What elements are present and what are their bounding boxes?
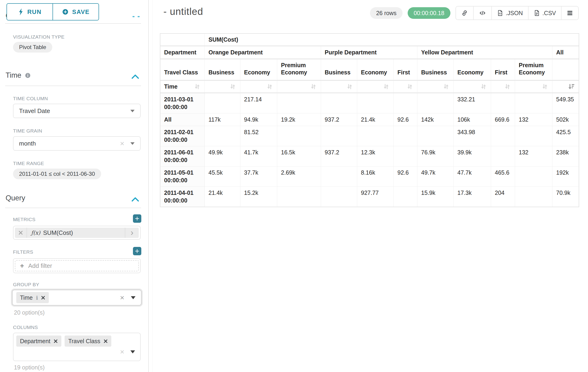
pivot-cell: 12.3k bbox=[357, 146, 394, 167]
collapse-query-section-icon[interactable] bbox=[132, 197, 139, 202]
pivot-corner-empty bbox=[160, 34, 205, 46]
remove-token-icon[interactable] bbox=[54, 339, 58, 343]
pivot-col-header: Premium Economy bbox=[277, 59, 321, 81]
pivot-cell: 16.5k bbox=[277, 146, 321, 167]
sort-icon[interactable] bbox=[194, 83, 201, 90]
pivot-cell: 2.69k bbox=[277, 167, 321, 187]
share-link-button[interactable] bbox=[456, 7, 473, 20]
filters-control: + Add filter bbox=[13, 258, 141, 273]
pivot-corner-col-dim: Department bbox=[160, 46, 205, 59]
lightning-icon bbox=[18, 8, 24, 15]
pivot-sort-header[interactable] bbox=[394, 81, 417, 93]
pivot-cell: 425.5 bbox=[552, 126, 579, 146]
pivot-sort-header[interactable] bbox=[357, 81, 394, 93]
panel-resize-gutter[interactable] bbox=[149, 0, 153, 372]
clear-icon[interactable]: × bbox=[120, 140, 124, 147]
pivot-cell bbox=[394, 126, 417, 146]
run-button[interactable]: RUN bbox=[7, 4, 52, 20]
chevron-down-icon[interactable] bbox=[130, 350, 135, 353]
pivot-sort-header[interactable] bbox=[277, 81, 321, 93]
sort-desc-icon[interactable] bbox=[568, 83, 575, 90]
remove-token-icon[interactable] bbox=[104, 339, 108, 343]
remove-token-icon[interactable] bbox=[41, 296, 45, 300]
sort-icon[interactable] bbox=[406, 83, 413, 90]
columns-select[interactable]: DepartmentTravel Class × bbox=[13, 333, 141, 361]
pivot-sort-header[interactable] bbox=[491, 81, 515, 93]
clear-icon[interactable]: × bbox=[120, 348, 124, 355]
pivot-sort-header[interactable] bbox=[240, 81, 277, 93]
sort-icon[interactable] bbox=[266, 83, 273, 90]
time-grain-select[interactable]: month × bbox=[13, 136, 141, 151]
pivot-col-group-header: All bbox=[552, 46, 579, 59]
sort-icon[interactable] bbox=[504, 83, 511, 90]
pivot-metric-header: SUM(Cost) bbox=[205, 34, 579, 46]
pivot-col-header: First bbox=[491, 59, 515, 81]
pivot-sort-header[interactable] bbox=[205, 81, 240, 93]
pivot-row: 2011-05-01 00:00:0045.5k37.7k2.69k8.16k9… bbox=[160, 167, 579, 187]
pivot-cell bbox=[321, 93, 357, 114]
pivot-cell bbox=[515, 167, 552, 187]
time-section-title: Time bbox=[6, 71, 21, 80]
pivot-cell: 132 bbox=[515, 146, 552, 167]
export-csv-button[interactable]: .CSV bbox=[528, 7, 561, 20]
panel-drag-handle-dot[interactable] bbox=[133, 16, 135, 17]
panel-drag-handle-dot[interactable] bbox=[137, 16, 140, 17]
sort-icon[interactable] bbox=[229, 83, 236, 90]
chevron-down-icon[interactable] bbox=[130, 142, 135, 145]
sort-icon[interactable] bbox=[383, 83, 390, 90]
add-filter-button[interactable]: + Add filter bbox=[15, 260, 139, 271]
time-range-text: 2011-01-01 ≤ col < 2011-06-30 bbox=[19, 171, 95, 177]
pivot-row: 2011-06-01 00:00:0049.9k41.7k16.5k937.21… bbox=[160, 146, 579, 167]
visualization-type-text: Pivot Table bbox=[19, 44, 46, 51]
pivot-sort-header[interactable] bbox=[321, 81, 357, 93]
sort-icon[interactable] bbox=[480, 83, 487, 90]
save-button[interactable]: SAVE bbox=[52, 4, 99, 20]
pivot-sort-header[interactable] bbox=[515, 81, 552, 93]
group-by-select[interactable]: Timei × bbox=[12, 290, 142, 306]
chart-panel: - untitled 26 rows 00:00:00.18 bbox=[153, 0, 588, 372]
pivot-cell bbox=[394, 93, 417, 114]
pivot-cell: 92.6 bbox=[394, 167, 417, 187]
pivot-col-group-header: Purple Department bbox=[321, 46, 417, 59]
add-metric-button[interactable] bbox=[133, 214, 141, 223]
pivot-cell: 76.9k bbox=[417, 146, 454, 167]
query-timer-badge: 00:00:00.18 bbox=[408, 7, 451, 19]
token-label: Time bbox=[20, 294, 33, 301]
remove-metric-icon[interactable] bbox=[15, 228, 27, 238]
pivot-sort-header[interactable] bbox=[417, 81, 454, 93]
sort-icon[interactable] bbox=[541, 83, 548, 90]
sort-icon[interactable] bbox=[310, 83, 317, 90]
expand-metric-icon[interactable]: › bbox=[125, 228, 139, 238]
sort-icon[interactable] bbox=[346, 83, 353, 90]
clear-icon[interactable]: × bbox=[120, 294, 124, 301]
pivot-cell: 465.6 bbox=[491, 167, 515, 187]
pivot-cell bbox=[321, 126, 357, 146]
pivot-cell: 343.98 bbox=[454, 126, 491, 146]
time-column-select[interactable]: Travel Date bbox=[13, 104, 141, 118]
chart-menu-button[interactable] bbox=[561, 7, 578, 20]
selected-token[interactable]: Timei bbox=[16, 292, 49, 303]
add-filter-plus-button[interactable] bbox=[133, 247, 141, 255]
export-json-button[interactable]: .JSON bbox=[491, 7, 528, 20]
pivot-cell: 927.77 bbox=[357, 187, 394, 207]
pivot-cell: 117k bbox=[205, 114, 240, 126]
pivot-sort-header[interactable] bbox=[454, 81, 491, 93]
pivot-sort-header[interactable] bbox=[552, 81, 579, 93]
pivot-row-dim-sort-header[interactable]: Time bbox=[160, 81, 205, 93]
chevron-down-icon[interactable] bbox=[131, 296, 136, 299]
sort-icon[interactable] bbox=[442, 83, 450, 90]
columns-options-hint: 19 option(s) bbox=[14, 364, 45, 371]
time-range-value[interactable]: 2011-01-01 ≤ col < 2011-06-30 bbox=[13, 169, 101, 179]
selected-token[interactable]: Department bbox=[16, 336, 61, 347]
metric-token[interactable]: ƒ(x) SUM(Cost) › bbox=[15, 228, 139, 238]
pivot-cell: 92.6 bbox=[394, 114, 417, 126]
selected-token[interactable]: Travel Class bbox=[65, 336, 111, 347]
plus-icon bbox=[135, 216, 139, 221]
view-query-button[interactable] bbox=[473, 7, 491, 20]
pivot-cell: 217.14 bbox=[240, 93, 277, 114]
chevron-down-icon[interactable] bbox=[130, 110, 135, 112]
pivot-col-group-header: Yellow Department bbox=[417, 46, 552, 59]
collapse-time-section-icon[interactable] bbox=[132, 74, 139, 79]
visualization-type-value[interactable]: Pivot Table bbox=[13, 42, 52, 53]
chart-title[interactable]: - untitled bbox=[163, 6, 203, 17]
